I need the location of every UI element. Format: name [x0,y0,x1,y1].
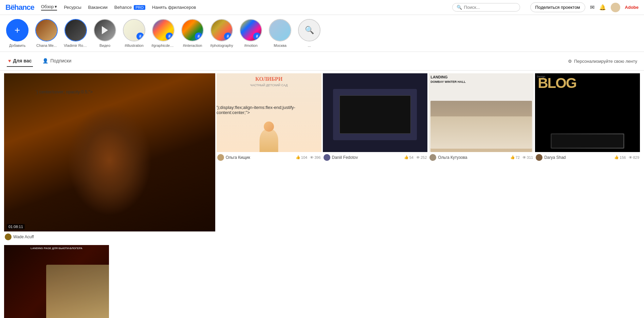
story-user-2-label: Vladimir Rom... [64,43,88,48]
pro-badge: PRO [134,5,145,10]
card-beauty-blog[interactable]: LANDING PAGE ДЛЯ БЬЮТИ-БЛОГЕРА Марина Ку… [4,245,109,318]
likes-icon: 👍 [614,155,619,160]
stories-bar: + Добавить Chana Me... Vladimir Rom... В… [0,15,644,52]
hash-badge-3: # [195,33,202,40]
author-name: Darya Shad [544,155,566,160]
views-icon: 👁 [416,155,420,160]
search-icon: 🔍 [457,5,462,10]
story-video-label: Видео [99,43,110,48]
story-more[interactable]: 🔍 ... [297,19,321,48]
story-motion[interactable]: # #motion [239,19,263,48]
plus-icon: + [15,25,20,35]
likes-icon: 👍 [404,155,409,160]
sliders-icon: ⚙ [568,59,572,64]
nav-overview[interactable]: Обзор ▾ [41,4,57,11]
card-wade-acuff[interactable]: ') center/cover; opacity:0.5;"> 01:08:11… [4,73,215,244]
story-interaction[interactable]: # #interaction [181,19,204,48]
story-interaction-label: #interaction [183,43,202,48]
nav-behance-pro[interactable]: Behance PRO [114,5,145,10]
story-add[interactable]: + Добавить [5,19,29,48]
author-avatar [536,154,542,161]
notifications-icon[interactable]: 🔔 [599,4,606,11]
tabs-bar: ♥ Для вас 👤 Подписки ⚙ Персонализируйте … [0,52,644,71]
user-icon: 👤 [42,58,48,63]
story-moscow[interactable]: 📍 Москва [268,19,292,48]
story-user-1-label: Chana Me... [36,43,57,48]
author-name: Wade Acuff [13,235,34,239]
author-avatar [429,154,436,161]
video-duration: 01:08:11 [7,224,25,229]
story-photography-label: #photography [210,43,233,48]
author-avatar [217,154,224,161]
mail-icon[interactable]: ✉ [590,4,594,11]
story-illustration[interactable]: # #illustration [122,19,146,48]
views-icon: 👁 [522,155,526,160]
nav-right: Поделиться проектом ✉ 🔔 Adobe [530,2,639,12]
nav-resources[interactable]: Ресурсы [64,5,81,10]
card-kolibri[interactable]: КОЛИБРИ ЧАСТНЫЙ ДЕТСКИЙ САД ');display:f… [217,73,321,244]
card-fedotov[interactable]: Daniil Fedotov 👍54 👁252 [323,73,428,244]
author-name: Daniil Fedotov [332,155,358,160]
user-avatar[interactable] [611,3,620,12]
content-grid-row1: ') center/cover; opacity:0.5;"> 01:08:11… [0,71,644,318]
author-name: Ольга Кутузова [438,155,467,160]
story-graphicdesign-label: #graphicdesign [151,43,175,48]
personalize-button[interactable]: ⚙ Персонализируйте свою ленту [568,59,637,64]
author-name: Ольга Кищик [226,155,250,160]
story-video[interactable]: Видео [93,19,117,48]
hash-badge-2: # [166,33,173,40]
chevron-down-icon: ▾ [55,4,57,9]
likes-icon: 👍 [510,155,515,160]
nav-hire[interactable]: Нанять фрилансеров [152,5,196,10]
story-photography[interactable]: # #photography [210,19,234,48]
card-info: Wade Acuff [4,231,215,244]
likes-icon: 👍 [296,155,300,160]
hash-badge-5: # [253,33,261,40]
story-user-1[interactable]: Chana Me... [35,19,58,48]
story-moscow-label: Москва [274,43,287,48]
story-graphicdesign[interactable]: # #graphicdesign [151,19,175,48]
views-icon: 👁 [629,155,632,160]
tab-for-you[interactable]: ♥ Для вас [7,55,33,67]
brand-logo[interactable]: Bëhance [5,3,34,12]
card-author: Wade Acuff [5,233,34,240]
share-button[interactable]: Поделиться проектом [530,2,585,12]
author-avatar [5,233,12,240]
tab-subscriptions[interactable]: 👤 Подписки [41,55,73,67]
story-more-label: ... [308,43,311,48]
adobe-logo: Adobe [625,5,639,10]
search-bar[interactable]: 🔍 [452,3,520,12]
heart-icon: ♥ [8,58,11,63]
hash-badge: # [136,33,144,40]
story-motion-label: #motion [244,43,257,48]
story-add-label: Добавить [9,43,26,48]
views-icon: 👁 [310,155,314,160]
story-illustration-label: #illustration [125,43,144,48]
search-input[interactable] [464,5,516,10]
navbar: Bëhance Обзор ▾ Ресурсы Вакансии Behance… [0,0,644,15]
card-dombay[interactable]: LANDINGDOMBAY WINTER HALL Ольга Кутузова… [429,73,534,244]
card-blog[interactable]: BLOG Design Darya Shad 👍156 👁829 [535,73,640,244]
nav-vacancies[interactable]: Вакансии [88,5,108,10]
hash-badge-4: # [224,33,232,40]
story-user-2[interactable]: Vladimir Rom... [64,19,88,48]
author-avatar [324,154,330,161]
